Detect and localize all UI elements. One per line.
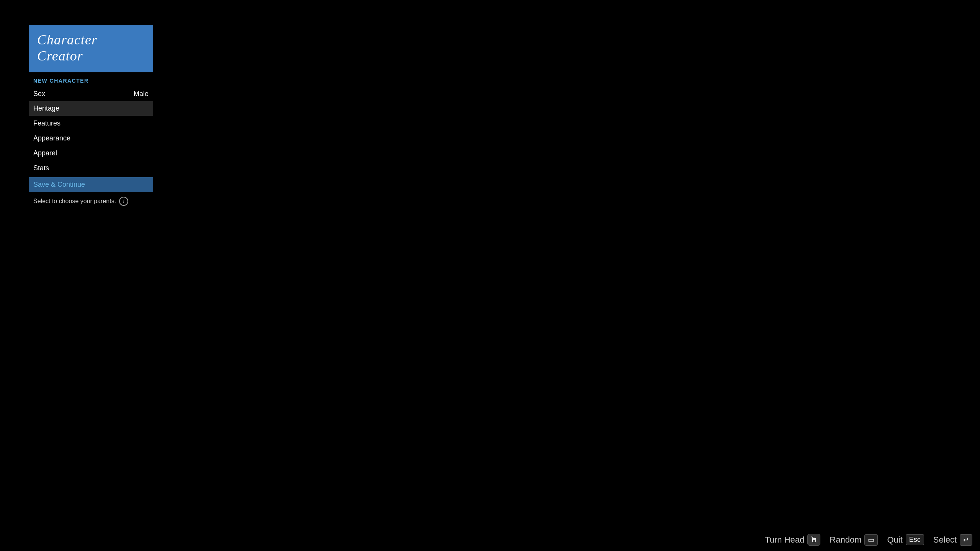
select-control: Select ↵ bbox=[933, 534, 972, 546]
menu-section: NEW CHARACTER Sex Male Heritage Features… bbox=[29, 72, 153, 210]
save-continue-button[interactable]: Save & Continue bbox=[29, 177, 153, 192]
bottom-bar: Turn Head 🖱 Random ▭ Quit Esc Select ↵ bbox=[748, 528, 980, 551]
panel-title: Character Creator bbox=[37, 32, 97, 64]
sex-row: Sex Male bbox=[29, 87, 153, 101]
turn-head-key: 🖱 bbox=[807, 534, 820, 546]
menu-item-appearance[interactable]: Appearance bbox=[29, 131, 153, 146]
select-label: Select bbox=[933, 535, 957, 545]
quit-key: Esc bbox=[906, 534, 924, 545]
random-control: Random ▭ bbox=[830, 534, 878, 546]
character-creator-panel: Character Creator NEW CHARACTER Sex Male… bbox=[29, 25, 153, 210]
menu-item-apparel[interactable]: Apparel bbox=[29, 146, 153, 161]
turn-head-control: Turn Head 🖱 bbox=[765, 534, 820, 546]
random-key: ▭ bbox=[864, 534, 878, 546]
info-icon: i bbox=[119, 197, 128, 206]
menu-item-features[interactable]: Features bbox=[29, 116, 153, 131]
random-label: Random bbox=[830, 535, 861, 545]
hint-row: Select to choose your parents. i bbox=[29, 192, 153, 210]
quit-label: Quit bbox=[887, 535, 902, 545]
sex-value: Male bbox=[134, 90, 149, 98]
turn-head-label: Turn Head bbox=[765, 535, 804, 545]
select-key: ↵ bbox=[960, 534, 972, 546]
quit-control: Quit Esc bbox=[887, 534, 924, 545]
sex-label: Sex bbox=[33, 90, 45, 98]
hint-text: Select to choose your parents. bbox=[33, 198, 116, 205]
new-character-label: NEW CHARACTER bbox=[29, 74, 153, 87]
menu-item-heritage[interactable]: Heritage bbox=[29, 101, 153, 116]
menu-item-stats[interactable]: Stats bbox=[29, 161, 153, 176]
title-bar: Character Creator bbox=[29, 25, 153, 72]
